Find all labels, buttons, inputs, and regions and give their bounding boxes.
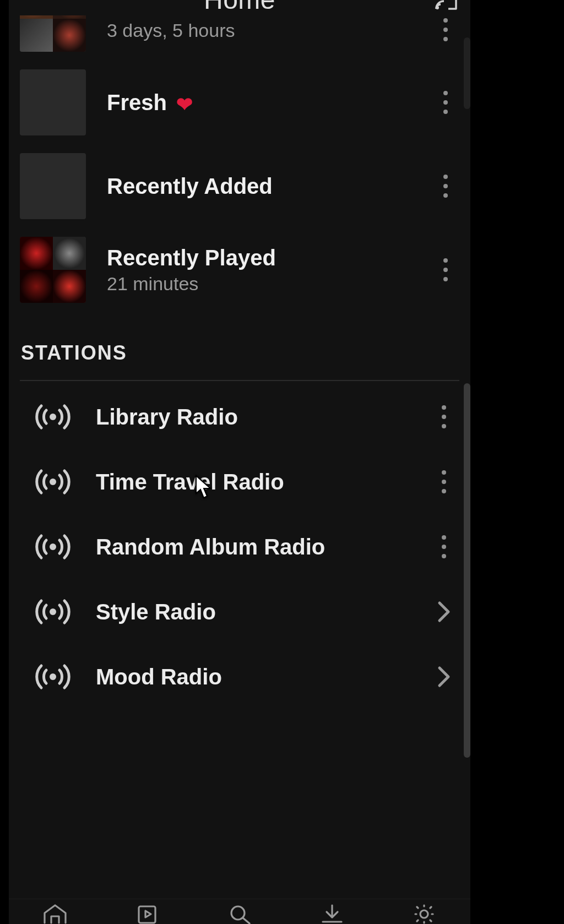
radio-icon: [20, 657, 86, 697]
bottom-nav: [9, 899, 470, 924]
station-item-mood-radio[interactable]: Mood Radio: [9, 644, 470, 709]
scrollbar-thumb[interactable]: [464, 37, 470, 109]
svg-point-0: [436, 6, 439, 9]
playlist-item-all-music[interactable]: All Music 3 days, 5 hours: [9, 15, 470, 61]
expand-button[interactable]: [429, 600, 459, 624]
nav-search-icon[interactable]: [224, 900, 256, 924]
scroll-area[interactable]: All Music 3 days, 5 hours Fresh ❤: [9, 15, 470, 924]
station-title: Time Travel Radio: [86, 470, 429, 494]
chevron-right-icon: [436, 600, 452, 624]
more-button[interactable]: [429, 470, 459, 493]
top-app-bar: Home: [9, 0, 470, 15]
playlist-item-recently-added[interactable]: Recently Added: [9, 144, 470, 228]
radio-icon: [20, 397, 86, 437]
radio-icon: [20, 592, 86, 632]
chevron-right-icon: [436, 665, 452, 689]
more-icon: [442, 470, 446, 493]
more-button[interactable]: [429, 405, 459, 428]
station-item-library-radio[interactable]: Library Radio: [9, 384, 470, 449]
more-button[interactable]: [429, 535, 459, 558]
playlist-title: Recently Added: [107, 174, 432, 198]
more-icon: [443, 18, 448, 41]
playlist-text: All Music 3 days, 5 hours: [86, 15, 432, 55]
section-divider: [20, 380, 459, 381]
playlist-title: Recently Played: [107, 246, 432, 270]
svg-point-5: [50, 673, 56, 680]
playlist-title: Fresh ❤: [107, 90, 432, 115]
playlist-item-recently-played[interactable]: Recently Played 21 minutes: [9, 228, 470, 312]
more-icon: [443, 175, 448, 198]
section-label: STATIONS: [21, 341, 458, 365]
nav-download-icon[interactable]: [316, 900, 348, 924]
radio-icon: [20, 462, 86, 502]
heart-icon: ❤: [176, 93, 193, 116]
svg-point-2: [50, 479, 56, 485]
station-item-time-travel-radio[interactable]: Time Travel Radio: [9, 449, 470, 514]
svg-point-8: [420, 910, 428, 918]
svg-point-3: [50, 543, 56, 550]
station-title: Library Radio: [86, 405, 429, 430]
station-title: Mood Radio: [86, 665, 429, 689]
more-icon: [442, 405, 446, 428]
station-item-random-album-radio[interactable]: Random Album Radio: [9, 514, 470, 579]
app-screen: Home All Music 3 days, 5 hours: [9, 0, 470, 924]
playlist-item-fresh[interactable]: Fresh ❤: [9, 61, 470, 144]
nav-settings-icon[interactable]: [408, 900, 440, 924]
playlist-thumbnail: [20, 15, 86, 52]
more-button[interactable]: [432, 91, 459, 114]
nav-library-icon[interactable]: [131, 900, 163, 924]
playlist-text: Recently Added: [86, 174, 432, 198]
playlist-subtitle: 3 days, 5 hours: [107, 20, 432, 41]
playlist-text: Recently Played 21 minutes: [86, 246, 432, 295]
cast-icon[interactable]: [434, 0, 458, 11]
more-button[interactable]: [432, 175, 459, 198]
station-title: Random Album Radio: [86, 535, 429, 559]
station-item-style-radio[interactable]: Style Radio: [9, 579, 470, 644]
playlist-text: Fresh ❤: [86, 90, 432, 115]
svg-rect-6: [139, 906, 155, 923]
station-title: Style Radio: [86, 600, 429, 624]
playlist-thumbnail: [20, 237, 86, 303]
more-icon: [443, 91, 448, 114]
more-button[interactable]: [432, 258, 459, 281]
scrollbar-thumb[interactable]: [464, 383, 470, 758]
page-title: Home: [204, 0, 275, 15]
playlist-subtitle: 21 minutes: [107, 273, 432, 295]
expand-button[interactable]: [429, 665, 459, 689]
more-icon: [442, 535, 446, 558]
nav-home-icon[interactable]: [39, 900, 71, 924]
svg-point-1: [50, 414, 56, 420]
more-button[interactable]: [432, 18, 459, 41]
playlist-thumbnail: [20, 153, 86, 219]
playlist-thumbnail: [20, 69, 86, 135]
svg-point-4: [50, 608, 56, 615]
radio-icon: [20, 527, 86, 567]
more-icon: [443, 258, 448, 281]
playlist-title-text: Fresh: [107, 90, 167, 115]
section-header-stations: STATIONS: [9, 312, 470, 370]
